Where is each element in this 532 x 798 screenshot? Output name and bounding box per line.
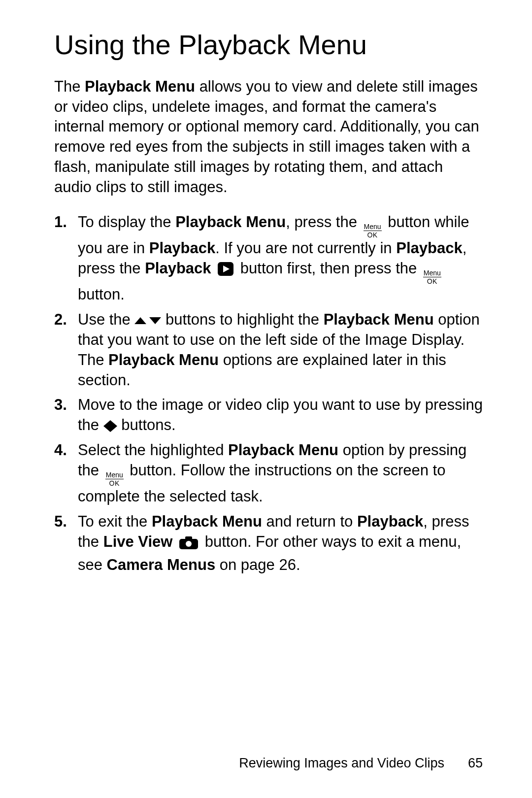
intro-text-2: allows you to view and delete still imag… [54,78,479,196]
svg-point-4 [186,541,192,547]
step-4: Select the highlighted Playback Menu opt… [54,440,483,507]
intro-text: The [54,78,85,95]
step-1: To display the Playback Menu, press the … [54,212,483,305]
menu-ok-bot: OK [427,277,437,285]
step2-text: buttons to highlight the [161,311,323,328]
step5-text: on page 26. [215,556,300,573]
intro-paragraph: The Playback Menu allows you to view and… [54,77,483,198]
step5-camera-menus: Camera Menus [107,556,216,573]
camera-icon [179,535,199,555]
menu-ok-top: Menu [105,471,124,479]
step5-playback-menu: Playback Menu [152,513,262,530]
step-5: To exit the Playback Menu and return to … [54,512,483,575]
step4-playback-menu: Playback Menu [228,441,338,459]
step3-text: buttons. [117,416,176,433]
step5-text: and return to [262,513,357,530]
step1-text: button. [78,286,125,303]
step1-playback: Playback [149,239,215,257]
intro-bold-playback-menu: Playback Menu [85,78,195,95]
step4-text: Select the highlighted [78,441,228,459]
up-down-arrows-icon [134,311,161,328]
footer-chapter: Reviewing Images and Video Clips [239,756,444,770]
step2-playback-menu-2: Playback Menu [108,351,219,368]
step-2: Use the buttons to highlight the Playbac… [54,310,483,391]
menu-ok-bot: OK [367,231,377,238]
up-arrow-icon [134,317,146,324]
step1-text: . If you are not currently in [215,239,396,257]
step1-text: button first, then press the [236,260,421,277]
step1-playback-2: Playback [396,239,462,257]
step5-live-view: Live View [103,533,173,550]
svg-rect-3 [185,536,192,540]
down-arrow-icon [149,317,161,324]
steps-list: To display the Playback Menu, press the … [54,212,483,575]
manual-page: Using the Playback Menu The Playback Men… [0,0,532,798]
menu-ok-icon: MenuOK [105,471,124,487]
step2-text: Use the [78,311,134,328]
step5-playback: Playback [357,513,423,530]
step2-playback-menu: Playback Menu [324,311,434,328]
right-arrow-icon [110,420,117,432]
playback-icon [217,262,234,282]
step-3: Move to the image or video clip you want… [54,395,483,435]
menu-ok-icon: MenuOK [364,223,382,238]
page-footer: Reviewing Images and Video Clips65 [239,756,483,771]
step1-playback-menu: Playback Menu [175,213,286,231]
left-arrow-icon [103,420,110,432]
step1-text: , press the [286,213,361,231]
menu-ok-top: Menu [423,269,441,277]
menu-ok-top: Menu [364,223,382,231]
step1-playback-3: Playback [145,260,211,277]
step5-text: To exit the [78,513,152,530]
step1-text: To display the [78,213,175,231]
menu-ok-icon: MenuOK [423,269,441,285]
menu-ok-bot: OK [109,479,120,487]
footer-page-number: 65 [468,756,483,770]
page-title: Using the Playback Menu [54,30,483,60]
left-right-arrows-icon [103,416,117,433]
step4-text: button. Follow the instructions on the s… [78,462,445,505]
